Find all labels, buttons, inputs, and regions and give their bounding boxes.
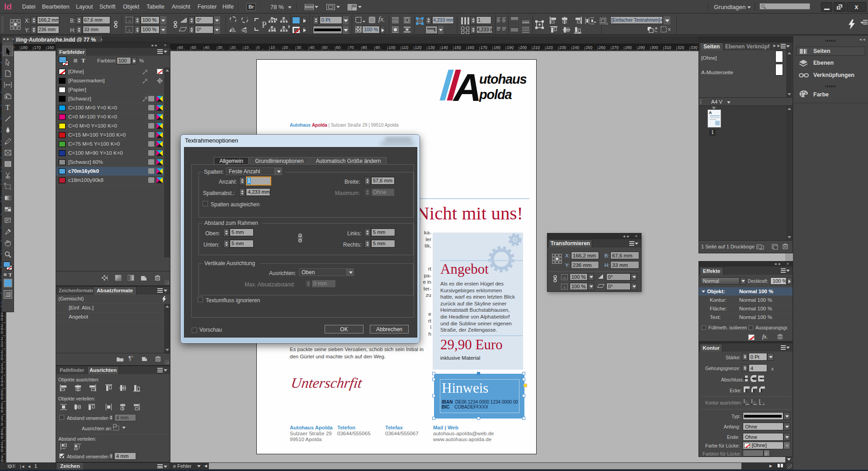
svg-text:P: P [262,20,267,29]
svg-text:0: 0 [1,370,3,374]
svg-text:0: 0 [1,383,3,387]
svg-text:0: 0 [1,422,3,427]
svg-text:90: 90 [375,45,380,50]
svg-text:0: 0 [1,409,3,414]
svg-text:20: 20 [231,45,236,50]
svg-text:A: A [453,68,481,109]
svg-text:10: 10 [270,45,275,50]
svg-text:10: 10 [244,45,249,50]
svg-text:0: 0 [1,435,3,440]
svg-text:40: 40 [310,45,314,50]
svg-text:50: 50 [323,45,327,50]
svg-text:30: 30 [297,45,301,50]
svg-text:70: 70 [349,45,354,50]
svg-text:polda: polda [479,87,512,102]
svg-text:0: 0 [1,317,3,322]
svg-text:utohaus: utohaus [479,72,527,86]
svg-text:T: T [5,104,10,111]
svg-text:0: 0 [257,45,259,50]
svg-text:80: 80 [362,45,367,50]
svg-text:0: 0 [1,343,3,348]
svg-text:0: 0 [1,357,3,361]
svg-text:0: 0 [1,330,3,335]
svg-text:20: 20 [283,45,288,50]
svg-text:0: 0 [1,448,3,453]
svg-text:50: 50 [192,45,196,50]
svg-text:0: 0 [1,396,3,400]
svg-text:60: 60 [179,45,183,50]
svg-text:60: 60 [336,45,340,50]
svg-text:40: 40 [205,45,209,50]
svg-text:30: 30 [218,45,222,50]
